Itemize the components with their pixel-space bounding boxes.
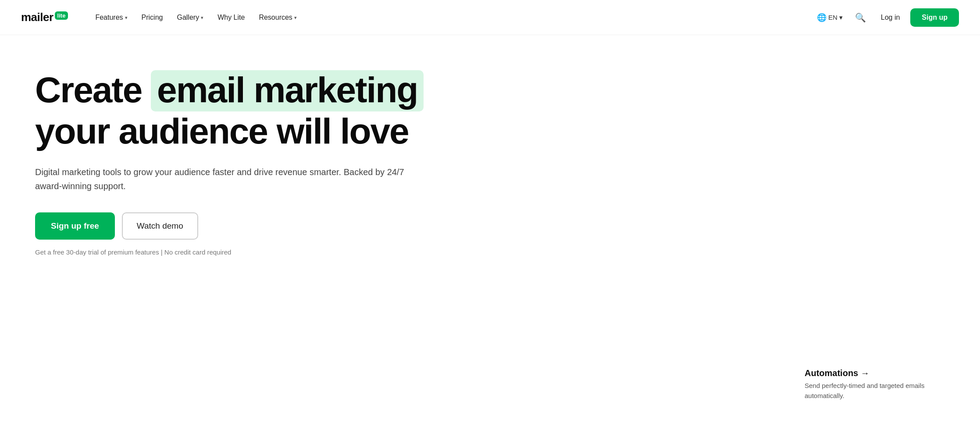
logo-text: mailer bbox=[21, 11, 53, 24]
hero-section: Create email marketing your audience wil… bbox=[0, 35, 980, 282]
chevron-down-icon-4: ▾ bbox=[839, 14, 843, 22]
automations-title: Automations → bbox=[805, 368, 954, 378]
automations-card: Automations → Send perfectly-timed and t… bbox=[805, 368, 954, 401]
logo[interactable]: mailer lite bbox=[21, 11, 68, 24]
headline-plain: Create bbox=[35, 70, 151, 110]
nav-item-why-lite[interactable]: Why Lite bbox=[211, 10, 251, 25]
headline-highlight: email marketing bbox=[151, 70, 424, 111]
logo-badge: lite bbox=[55, 11, 68, 20]
hero-disclaimer: Get a free 30-day trial of premium featu… bbox=[35, 248, 579, 256]
nav-label-features: Features bbox=[95, 14, 123, 22]
nav-label-resources: Resources bbox=[259, 14, 292, 22]
hero-subtitle: Digital marketing tools to grow your aud… bbox=[35, 165, 412, 193]
signup-free-button[interactable]: Sign up free bbox=[35, 212, 115, 240]
signup-nav-button[interactable]: Sign up bbox=[910, 8, 959, 27]
headline-line2: your audience will love bbox=[35, 111, 579, 151]
chevron-down-icon: ▾ bbox=[125, 15, 128, 21]
language-selector[interactable]: 🌐 EN ▾ bbox=[813, 9, 847, 26]
cta-row: Sign up free Watch demo bbox=[35, 212, 579, 240]
nav-right: 🌐 EN ▾ 🔍 Log in Sign up bbox=[813, 8, 959, 27]
nav-label-pricing: Pricing bbox=[142, 14, 163, 22]
globe-icon: 🌐 bbox=[817, 13, 827, 22]
headline-line1: Create email marketing bbox=[35, 70, 579, 111]
chevron-down-icon-2: ▾ bbox=[201, 15, 203, 21]
nav-item-features[interactable]: Features ▾ bbox=[89, 10, 133, 25]
search-icon: 🔍 bbox=[855, 13, 866, 22]
chevron-down-icon-3: ▾ bbox=[294, 15, 297, 21]
search-button[interactable]: 🔍 bbox=[851, 9, 870, 26]
hero-headline: Create email marketing your audience wil… bbox=[35, 70, 579, 151]
main-nav: mailer lite Features ▾ Pricing Gallery ▾… bbox=[0, 0, 980, 35]
watch-demo-button[interactable]: Watch demo bbox=[122, 212, 198, 240]
nav-item-pricing[interactable]: Pricing bbox=[135, 10, 169, 25]
automations-description: Send perfectly-timed and targeted emails… bbox=[805, 381, 954, 401]
nav-label-why-lite: Why Lite bbox=[217, 14, 245, 22]
nav-item-resources[interactable]: Resources ▾ bbox=[253, 10, 303, 25]
nav-label-gallery: Gallery bbox=[177, 14, 199, 22]
nav-links: Features ▾ Pricing Gallery ▾ Why Lite Re… bbox=[89, 10, 813, 25]
nav-item-gallery[interactable]: Gallery ▾ bbox=[171, 10, 210, 25]
login-button[interactable]: Log in bbox=[874, 10, 907, 25]
language-label: EN bbox=[828, 14, 837, 21]
